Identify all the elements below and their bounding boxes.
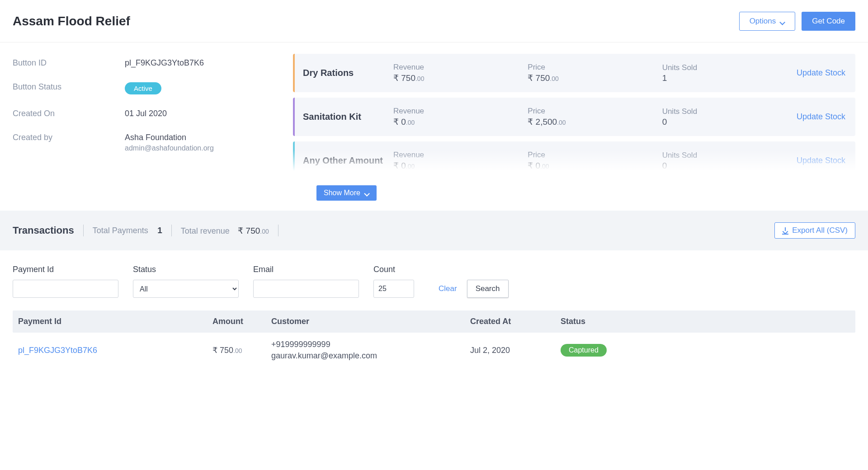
show-more-label: Show More	[324, 189, 360, 197]
count-input[interactable]	[373, 280, 414, 298]
total-revenue-dec: .00	[260, 228, 269, 235]
product-name: Sanitation Kit	[303, 112, 393, 122]
table-header: Payment Id Amount Customer Created At St…	[13, 310, 855, 333]
detail-row-created-by: Created by Asha Foundation admin@ashafou…	[13, 128, 293, 162]
product-price: Price ₹ 750.00	[528, 63, 662, 83]
product-name: Dry Rations	[303, 68, 393, 78]
price-label: Price	[528, 63, 662, 72]
product-units: Units Sold 0	[662, 107, 797, 127]
price-value: ₹ 0	[528, 161, 540, 170]
get-code-button[interactable]: Get Code	[802, 12, 855, 31]
revenue-dec: .00	[406, 119, 415, 126]
created-by-value: Asha Foundation admin@ashafoundation.org	[125, 133, 214, 152]
price-label: Price	[528, 150, 662, 160]
download-icon	[782, 227, 788, 234]
filter-count: Count	[373, 265, 414, 298]
count-label: Count	[373, 265, 414, 274]
content-top: Button ID pl_F9KGJG3YtoB7K6 Button Statu…	[0, 42, 868, 209]
button-id-label: Button ID	[13, 58, 125, 68]
payment-id-input[interactable]	[13, 280, 118, 298]
product-card-dry-rations: Dry Rations Revenue ₹ 750.00 Price ₹ 750…	[293, 54, 855, 92]
filters-row: Payment Id Status All Email Count Clear …	[0, 250, 868, 310]
product-revenue: Revenue ₹ 0.00	[393, 150, 528, 171]
row-amount: ₹ 750.00	[212, 345, 271, 355]
product-card-sanitation-kit: Sanitation Kit Revenue ₹ 0.00 Price ₹ 2,…	[293, 98, 855, 136]
button-id-value: pl_F9KGJG3YtoB7K6	[125, 58, 204, 68]
revenue-label: Revenue	[393, 150, 528, 160]
filter-status: Status All	[133, 265, 239, 298]
row-customer: +919999999999 gaurav.kumar@example.com	[271, 340, 470, 361]
customer-email: gaurav.kumar@example.com	[271, 351, 470, 361]
products-column: Dry Rations Revenue ₹ 750.00 Price ₹ 750…	[293, 54, 855, 209]
page-header: Assam Flood Relief Options Get Code	[0, 0, 868, 42]
payment-id-link[interactable]: pl_F9KGJG3YtoB7K6	[18, 346, 212, 355]
search-button[interactable]: Search	[467, 280, 509, 298]
amount-dec: .00	[233, 347, 242, 354]
units-value: 1	[662, 73, 797, 83]
price-value: ₹ 750	[528, 73, 550, 83]
revenue-dec: .00	[415, 75, 424, 82]
transactions-table: Payment Id Amount Customer Created At St…	[0, 310, 868, 386]
row-status: Captured	[561, 344, 850, 357]
transactions-summary: Transactions Total Payments 1 Total reve…	[0, 211, 868, 250]
revenue-value: ₹ 750	[393, 73, 415, 83]
options-label: Options	[750, 17, 776, 26]
divider	[278, 225, 278, 236]
col-status: Status	[561, 317, 850, 326]
button-status-label: Button Status	[13, 82, 125, 92]
status-label: Status	[133, 265, 239, 274]
price-value: ₹ 2,500	[528, 117, 557, 127]
update-stock-link[interactable]: Update Stock	[797, 112, 845, 122]
update-stock-link[interactable]: Update Stock	[797, 68, 845, 78]
col-amount: Amount	[212, 317, 271, 326]
captured-badge: Captured	[561, 344, 607, 357]
detail-row-created-on: Created On 01 Jul 2020	[13, 104, 293, 128]
revenue-label: Revenue	[393, 63, 528, 72]
price-dec: .00	[550, 75, 558, 82]
units-value: 0	[662, 117, 797, 127]
revenue-value: ₹ 0	[393, 161, 406, 170]
filter-payment-id: Payment Id	[13, 265, 118, 298]
table-row: pl_F9KGJG3YtoB7K6 ₹ 750.00 +919999999999…	[13, 333, 855, 368]
transactions-title: Transactions	[13, 225, 74, 236]
revenue-value: ₹ 0	[393, 117, 406, 127]
units-label: Units Sold	[662, 151, 797, 160]
price-dec: .00	[540, 163, 549, 170]
total-revenue-label: Total revenue	[181, 226, 230, 235]
revenue-label: Revenue	[393, 107, 528, 116]
col-customer: Customer	[271, 317, 470, 326]
update-stock-link[interactable]: Update Stock	[797, 156, 845, 165]
email-input[interactable]	[253, 280, 359, 298]
get-code-label: Get Code	[812, 17, 845, 26]
product-units: Units Sold 1	[662, 63, 797, 83]
amount-int: ₹ 750	[212, 346, 233, 355]
chevron-down-icon	[779, 19, 785, 24]
filter-email: Email	[253, 265, 359, 298]
show-more-row: Show More	[293, 185, 855, 201]
clear-link[interactable]: Clear	[439, 284, 457, 293]
product-card-any-other: Any Other Amount Revenue ₹ 0.00 Price ₹ …	[293, 141, 855, 180]
created-by-label: Created by	[13, 133, 125, 142]
revenue-dec: .00	[406, 163, 415, 170]
page-title: Assam Flood Relief	[13, 14, 130, 28]
units-label: Units Sold	[662, 63, 797, 72]
status-badge: Active	[125, 82, 161, 94]
price-dec: .00	[557, 119, 566, 126]
creator-email: admin@ashafoundation.org	[125, 144, 214, 152]
customer-phone: +919999999999	[271, 340, 470, 349]
status-select[interactable]: All	[133, 280, 239, 298]
header-actions: Options Get Code	[739, 12, 855, 31]
options-button[interactable]: Options	[739, 12, 796, 31]
row-created-at: Jul 2, 2020	[470, 346, 561, 355]
product-revenue: Revenue ₹ 750.00	[393, 63, 528, 83]
export-all-button[interactable]: Export All (CSV)	[774, 222, 855, 239]
chevron-down-icon	[364, 190, 369, 196]
product-price: Price ₹ 2,500.00	[528, 107, 662, 127]
total-payments-label: Total Payments	[93, 226, 148, 235]
email-label: Email	[253, 265, 359, 274]
export-label: Export All (CSV)	[792, 226, 848, 235]
button-status-value: Active	[125, 82, 161, 94]
divider	[171, 225, 172, 236]
show-more-button[interactable]: Show More	[316, 185, 377, 201]
total-revenue-int: ₹ 750	[238, 226, 260, 235]
